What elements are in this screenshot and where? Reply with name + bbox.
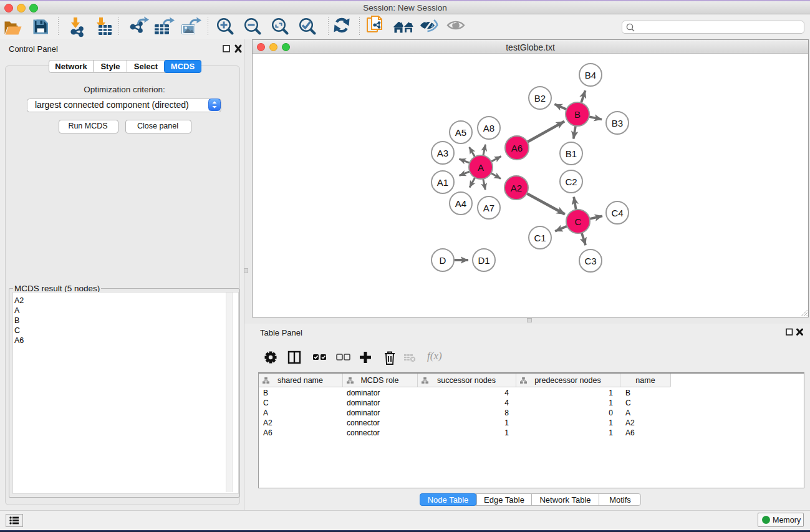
- svg-text:B4: B4: [585, 70, 596, 80]
- svg-text:C2: C2: [565, 177, 577, 187]
- svg-text:D1: D1: [478, 255, 489, 266]
- svg-text:A1: A1: [437, 177, 448, 188]
- svg-text:A6: A6: [511, 143, 523, 153]
- svg-text:B2: B2: [534, 93, 546, 104]
- svg-text:A5: A5: [455, 127, 466, 138]
- svg-text:C4: C4: [611, 208, 623, 218]
- svg-text:A: A: [478, 162, 484, 173]
- svg-text:D: D: [440, 255, 446, 266]
- svg-text:A7: A7: [483, 203, 494, 213]
- svg-text:B: B: [574, 109, 581, 120]
- svg-text:A4: A4: [455, 198, 466, 209]
- svg-text:C3: C3: [584, 256, 596, 266]
- svg-text:A8: A8: [483, 123, 494, 133]
- svg-text:C1: C1: [534, 233, 546, 243]
- svg-text:B1: B1: [566, 148, 577, 159]
- svg-text:A3: A3: [437, 148, 448, 158]
- svg-text:B3: B3: [612, 118, 623, 128]
- svg-text:C: C: [575, 216, 582, 227]
- svg-text:A2: A2: [511, 183, 522, 193]
